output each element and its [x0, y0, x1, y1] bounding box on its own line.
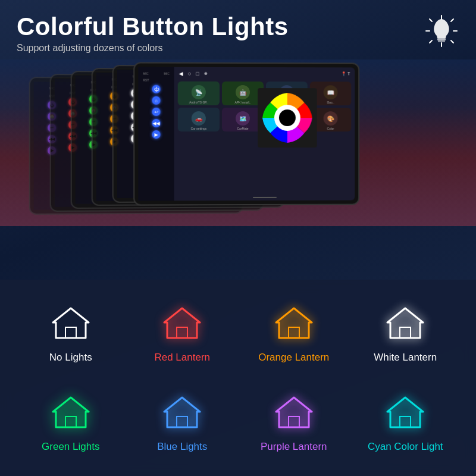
light-label-green: Green Lights	[42, 441, 99, 453]
light-label-red: Red Lantern	[154, 352, 210, 364]
light-label-orange: Orange Lantern	[258, 352, 329, 364]
light-item-blue-lights[interactable]: Blue Lights	[130, 381, 236, 464]
light-item-red-lantern[interactable]: Red Lantern	[130, 292, 236, 375]
page-title: Colorful Button Lights	[17, 13, 459, 40]
house-icon-red	[161, 303, 203, 345]
page-subtitle: Support adjusting dozens of colors	[17, 43, 459, 54]
svg-rect-13	[65, 327, 76, 338]
light-item-no-lights[interactable]: No Lights	[18, 292, 124, 375]
house-icon-blue	[161, 393, 203, 434]
light-label-no-lights: No Lights	[49, 352, 92, 364]
tablets-container: MIC RST ⏻ 🏠 ↩ ◀◀	[30, 65, 434, 220]
svg-line-7	[430, 40, 432, 43]
lights-grid: No Lights Red Lantern Orange Lantern	[18, 292, 458, 464]
device-section: MIC RST ⏻ 🏠 ↩ ◀◀	[0, 60, 476, 226]
light-label-blue: Blue Lights	[157, 441, 207, 453]
bulb-icon	[424, 13, 459, 49]
light-item-purple-lantern[interactable]: Purple Lantern	[241, 381, 347, 464]
android-screen: ◀ ○ □ ⊕ 📍 T 📡 AndroiTS GP.. 🤖 AP	[174, 67, 355, 201]
light-item-orange-lantern[interactable]: Orange Lantern	[241, 292, 347, 375]
light-item-cyan-light[interactable]: Cyan Color Light	[353, 381, 459, 464]
house-icon-white	[384, 303, 426, 345]
svg-rect-8	[437, 38, 446, 40]
svg-line-5	[451, 40, 453, 43]
header: Colorful Button Lights Support adjusting…	[0, 0, 476, 60]
svg-line-4	[430, 19, 432, 21]
light-item-white-lantern[interactable]: White Lantern	[353, 292, 459, 375]
house-icon-purple	[273, 393, 315, 434]
svg-point-12	[279, 109, 296, 126]
light-item-green-lights[interactable]: Green Lights	[18, 381, 124, 464]
house-icon-green	[50, 393, 92, 434]
lights-section: No Lights Red Lantern Orange Lantern	[0, 280, 476, 476]
house-icon-orange	[273, 303, 315, 345]
tablet-main: MIC MIC RST ⏻ ⌂ ↩	[133, 62, 359, 206]
house-icon-no-lights	[50, 303, 92, 345]
svg-rect-9	[438, 40, 445, 42]
house-icon-cyan	[384, 393, 426, 434]
color-wheel[interactable]	[258, 88, 317, 148]
light-label-white: White Lantern	[374, 352, 437, 364]
light-label-purple: Purple Lantern	[261, 441, 327, 453]
svg-line-6	[451, 19, 453, 21]
light-label-cyan: Cyan Color Light	[368, 441, 443, 453]
